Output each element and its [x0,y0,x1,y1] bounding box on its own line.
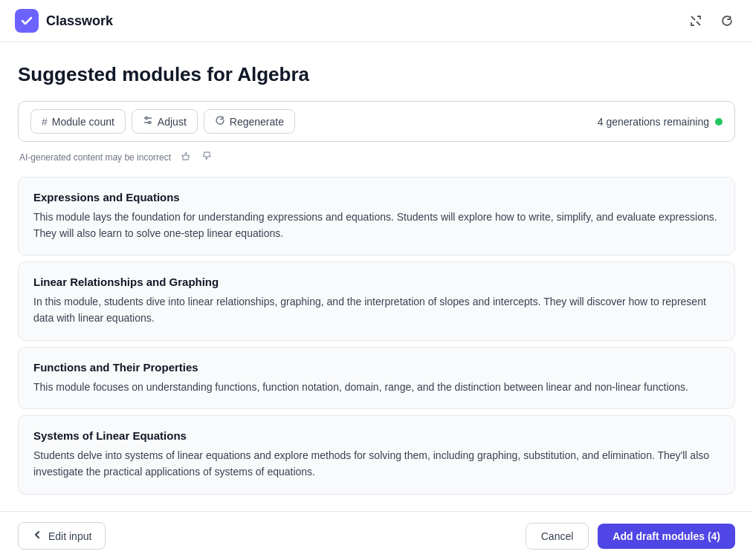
expand-button[interactable] [685,10,707,32]
generations-info: 4 generations remaining [598,116,723,128]
module-title: Systems of Linear Equations [33,429,720,442]
adjust-button[interactable]: Adjust [132,109,198,134]
module-card: Linear Relationships and GraphingIn this… [18,261,735,340]
edit-input-button[interactable]: Edit input [18,522,106,550]
svg-point-3 [148,122,150,124]
ai-notice-text: AI-generated content may be incorrect [19,152,171,163]
regenerate-button[interactable]: Regenerate [204,109,295,134]
app-logo [15,9,39,33]
adjust-icon [143,115,153,128]
modules-list: Expressions and EquationsThis module lay… [18,177,735,509]
status-indicator [715,118,723,126]
footer-left: Edit input [18,522,106,550]
main-content: Suggested modules for Algebra # Module c… [0,42,753,511]
page-title: Suggested modules for Algebra [18,63,735,86]
hash-icon: # [42,116,48,128]
thumbs-up-button[interactable] [177,149,193,165]
module-title: Linear Relationships and Graphing [33,276,720,288]
regenerate-icon [215,115,225,128]
svg-point-2 [145,117,147,120]
module-count-label: Module count [52,116,114,128]
footer-right: Cancel Add draft modules (4) [526,523,735,550]
header-left: Classwork [15,9,113,33]
module-count-button[interactable]: # Module count [30,109,126,134]
module-description: This module lays the foundation for unde… [33,209,720,241]
add-modules-button[interactable]: Add draft modules (4) [598,524,735,549]
ai-notice: AI-generated content may be incorrect [18,149,735,165]
regenerate-label: Regenerate [230,116,284,128]
module-description: In this module, students dive into linea… [33,294,720,326]
module-title: Expressions and Equations [33,191,720,204]
module-description: Students delve into systems of linear eq… [33,448,720,480]
module-card: Functions and Their PropertiesThis modul… [18,347,735,410]
cancel-button[interactable]: Cancel [526,523,589,550]
edit-input-label: Edit input [48,530,91,542]
header-actions [685,10,738,32]
adjust-label: Adjust [158,116,187,128]
thumbs-down-button[interactable] [199,149,216,165]
module-title: Functions and Their Properties [33,361,720,374]
module-card: Systems of Linear EquationsStudents delv… [18,415,735,494]
chevron-left-icon [32,530,42,542]
toolbar: # Module count Adjust [18,101,735,142]
app-title: Classwork [46,13,113,29]
app-header: Classwork [0,0,753,42]
generations-text: 4 generations remaining [598,116,709,128]
refresh-button[interactable] [716,10,738,32]
toolbar-buttons: # Module count Adjust [30,109,295,134]
module-description: This module focuses on understanding fun… [33,380,720,396]
module-card: Expressions and EquationsThis module lay… [18,177,735,255]
footer: Edit input Cancel Add draft modules (4) [0,511,753,560]
